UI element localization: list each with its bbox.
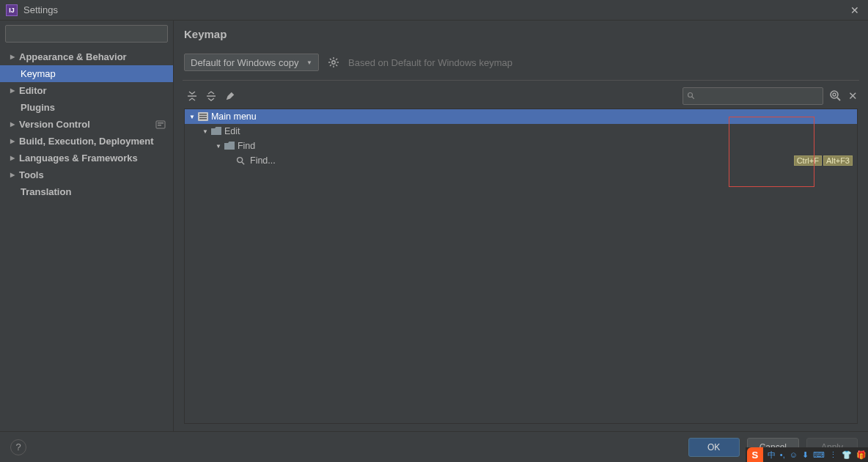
svg-line-12 [330,65,331,66]
folder-icon [224,142,235,150]
svg-line-15 [692,97,694,99]
tree-row-main-menu[interactable]: ▼ Main menu [185,109,857,124]
chevron-right-icon: ▶ [10,138,19,144]
sidebar-item-keymap[interactable]: Keymap [0,65,173,82]
ime-item[interactable]: 🎁 [856,450,867,460]
sidebar-search-input[interactable] [5,25,168,43]
chevron-right-icon: ▶ [10,121,19,128]
chevron-down-icon: ▼ [216,143,221,150]
keymap-scheme-dropdown[interactable]: Default for Windows copy ▼ [184,54,319,71]
tree-row-find-action[interactable]: Find... Ctrl+F Alt+F3 [185,153,857,168]
chevron-right-icon: ▶ [10,87,19,94]
ok-button[interactable]: OK [688,438,740,457]
sidebar-item-label: Plugins [21,102,55,113]
svg-point-23 [238,157,243,162]
svg-rect-20 [199,114,207,115]
svg-line-24 [242,161,244,164]
shortcut-tag: Ctrl+F [794,155,822,166]
sogou-icon[interactable]: S [747,447,763,462]
svg-line-11 [336,65,337,66]
actions-toolbar: ✕ [184,81,858,109]
svg-rect-4 [158,125,161,126]
ime-item[interactable]: ⋮ [829,450,837,460]
chevron-down-icon: ▼ [202,128,208,135]
settings-sidebar: ▶Appearance & Behavior Keymap ▶Editor Pl… [0,21,174,431]
svg-rect-21 [199,116,207,117]
based-on-label: Based on Default for Windows keymap [348,57,512,68]
svg-point-14 [688,93,693,98]
expand-all-icon[interactable] [184,88,200,104]
chevron-right-icon: ▶ [10,172,19,178]
edit-icon[interactable] [222,88,238,104]
actions-tree[interactable]: ▼ Main menu ▼ Edit ▼ Find [184,109,858,424]
folder-icon [211,127,221,136]
window-title: Settings [23,4,58,15]
tree-label: Main menu [211,111,257,122]
sidebar-item-languages[interactable]: ▶Languages & Frameworks [0,150,173,166]
close-icon[interactable]: ✕ [847,4,862,16]
chevron-right-icon: ▶ [10,155,19,161]
svg-rect-22 [199,118,207,120]
project-scope-icon [155,120,166,130]
gear-icon[interactable] [328,56,339,68]
close-icon[interactable]: ✕ [848,89,858,103]
keymap-panel: Keymap Default for Windows copy ▼ Based … [174,21,868,431]
find-by-shortcut-icon[interactable] [829,89,842,103]
sidebar-item-label: Editor [19,85,47,96]
svg-line-18 [837,98,840,100]
ime-toolbar: S 中 •, ☺ ⬇ ⌨ ⋮ 👕 🎁 [746,447,868,462]
sidebar-item-plugins[interactable]: Plugins [0,99,173,116]
actions-search-input[interactable] [683,87,823,105]
app-icon: IJ [6,4,18,16]
help-button[interactable]: ? [10,439,26,455]
sidebar-item-label: Version Control [19,119,90,130]
tree-row-edit[interactable]: ▼ Edit [185,124,857,139]
tree-label: Find... [250,155,276,166]
tree-label: Edit [224,126,240,136]
tree-label: Find [238,141,255,151]
menu-icon [198,112,208,121]
dropdown-label: Default for Windows copy [191,57,298,68]
ime-item[interactable]: 中 [768,450,776,461]
sidebar-item-label: Appearance & Behavior [19,51,127,62]
search-icon [687,92,696,100]
chevron-right-icon: ▶ [10,54,19,60]
chevron-down-icon: ▼ [306,59,312,66]
sidebar-item-label: Languages & Frameworks [19,153,138,164]
sidebar-item-label: Translation [21,186,71,197]
svg-point-17 [833,93,836,96]
sidebar-item-tools[interactable]: ▶Tools [0,166,173,183]
tree-row-find-group[interactable]: ▼ Find [185,139,857,153]
shortcut-tag: Alt+F3 [823,155,853,166]
ime-item[interactable]: ☺ [790,450,798,459]
dialog-footer: ? OK Cancel Apply [0,431,868,462]
search-icon [236,156,246,166]
ime-item[interactable]: •, [780,450,785,459]
svg-line-10 [330,59,331,60]
chevron-down-icon: ▼ [189,114,195,120]
sidebar-item-label: Tools [19,169,44,180]
sidebar-item-label: Keymap [21,68,56,79]
svg-line-13 [336,59,337,60]
svg-point-16 [831,91,838,98]
page-title: Keymap [184,28,858,40]
ime-item[interactable]: ⌨ [813,450,825,460]
sidebar-item-translation[interactable]: Translation [0,183,173,200]
titlebar: IJ Settings ✕ [0,0,868,21]
sidebar-item-appearance[interactable]: ▶Appearance & Behavior [0,48,173,65]
sidebar-item-editor[interactable]: ▶Editor [0,82,173,99]
sidebar-item-label: Build, Execution, Deployment [19,136,153,147]
ime-item[interactable]: 👕 [842,450,852,460]
collapse-all-icon[interactable] [203,88,219,104]
sidebar-item-build[interactable]: ▶Build, Execution, Deployment [0,133,173,150]
svg-point-5 [332,61,335,64]
sidebar-item-version-control[interactable]: ▶ Version Control [0,116,173,133]
svg-rect-3 [158,122,163,124]
settings-tree: ▶Appearance & Behavior Keymap ▶Editor Pl… [0,45,173,431]
ime-item[interactable]: ⬇ [802,450,809,460]
